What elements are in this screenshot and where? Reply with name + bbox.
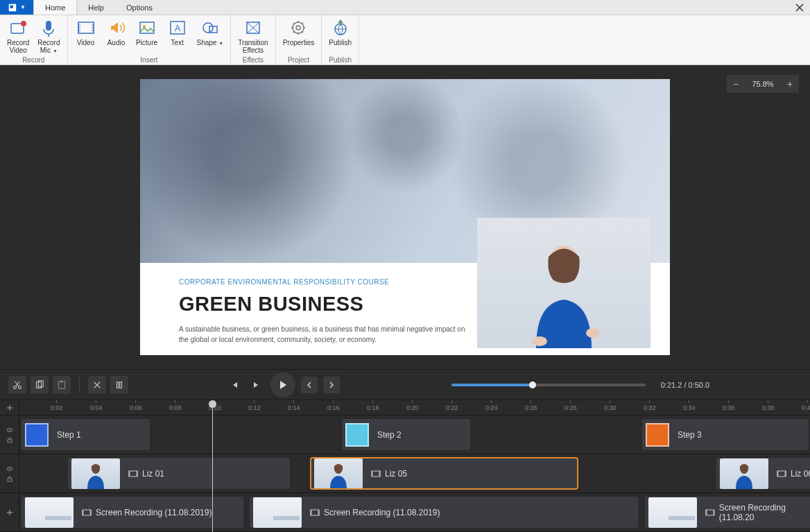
seek-bar[interactable]: [451, 384, 646, 386]
chevron-right-icon: [327, 381, 336, 389]
ribbon-item-label: Properties: [283, 39, 315, 46]
ribbon-item-label: Picture: [136, 39, 157, 46]
track-gutter-video[interactable]: [0, 454, 19, 492]
svg-rect-24: [60, 380, 63, 382]
film-icon: [82, 508, 92, 517]
ribbon-picture-button[interactable]: Picture: [132, 17, 162, 56]
ribbon-publish-button[interactable]: Publish: [325, 17, 356, 56]
close-icon: [795, 3, 804, 12]
lock-icon: [6, 436, 13, 443]
cut-button[interactable]: [8, 376, 26, 394]
zoom-in-button[interactable]: +: [784, 78, 796, 90]
track-video[interactable]: Liz 01Liz 05Liz 06: [19, 454, 810, 492]
svg-rect-1: [10, 5, 13, 8]
clip-label: Step 3: [678, 430, 702, 440]
eye-icon: [6, 465, 13, 472]
menu-tab-home[interactable]: Home: [33, 0, 77, 15]
film-icon: [128, 469, 138, 479]
svg-rect-6: [140, 22, 154, 33]
app-menu-button[interactable]: ▼: [0, 0, 33, 15]
film-icon: [310, 508, 320, 517]
clip-screen-recording[interactable]: Screen Recording (11.08.2019): [250, 497, 638, 528]
clip-swatch: [646, 423, 669, 447]
clip-video[interactable]: Liz 06: [716, 458, 810, 489]
record-video-icon: [8, 18, 28, 37]
clip-screen-recording[interactable]: Screen Recording (11.08.20: [645, 497, 810, 528]
ribbon-transition-button[interactable]: TransitionEffects: [234, 17, 273, 56]
ribbon-record-video-button[interactable]: RecordVideo: [3, 17, 33, 56]
ruler-tick: 0:12: [248, 400, 261, 415]
copy-button[interactable]: [31, 376, 49, 394]
menu-tab-options[interactable]: Options: [115, 0, 164, 15]
ribbon-group-label: Effects: [234, 56, 273, 65]
clip-video[interactable]: Liz 05: [311, 458, 578, 489]
chevron-left-icon: [305, 381, 313, 389]
svg-point-10: [203, 23, 213, 33]
ribbon-text-button[interactable]: AText: [162, 17, 193, 56]
svg-point-17: [532, 336, 547, 346]
seek-thumb[interactable]: [529, 381, 536, 388]
paste-button[interactable]: [53, 376, 71, 394]
svg-text:A: A: [174, 23, 180, 33]
clip-label: Screen Recording (11.08.2019): [310, 508, 440, 517]
ribbon-item-label: RecordVideo: [7, 39, 29, 54]
clip-step[interactable]: Step 1: [21, 419, 150, 450]
zoom-out-button[interactable]: −: [730, 78, 742, 90]
add-track-button[interactable]: [0, 400, 19, 415]
window-close-button[interactable]: [789, 0, 810, 15]
track-steps[interactable]: Step 1Step 2Step 3: [19, 415, 810, 454]
zoom-value: 75.8%: [749, 80, 777, 88]
film-icon: [705, 508, 715, 517]
forward-end-button[interactable]: [248, 377, 265, 393]
ribbon-group-label: Record: [3, 56, 64, 65]
clip-step[interactable]: Step 2: [342, 419, 470, 450]
ribbon-video-button[interactable]: Video: [71, 17, 101, 56]
delete-button[interactable]: [88, 376, 106, 394]
ribbon-properties-button[interactable]: Properties: [279, 17, 319, 56]
slide-body: A sustainable business, or green busines…: [179, 324, 470, 345]
person-thumb-icon: [732, 461, 757, 489]
presenter-overlay[interactable]: [477, 218, 650, 348]
properties-icon: [288, 18, 308, 37]
presenter-figure-icon: [515, 237, 612, 348]
ruler-tick: 0:38: [762, 400, 775, 415]
menu-tab-help[interactable]: Help: [77, 0, 115, 15]
step-back-button[interactable]: [301, 377, 318, 393]
ribbon-item-label: Audio: [107, 39, 126, 46]
ribbon-item-label: Text: [171, 39, 183, 46]
clip-thumbnail: [253, 497, 302, 528]
playhead[interactable]: [212, 404, 213, 532]
ribbon-shape-button[interactable]: Shape ▼: [193, 17, 228, 56]
ribbon-audio-button[interactable]: Audio: [101, 17, 132, 56]
ruler-tick: 0:18: [367, 400, 379, 415]
clip-step[interactable]: Step 3: [642, 419, 809, 450]
ruler-tick: 0:24: [485, 400, 498, 415]
play-button[interactable]: [270, 372, 295, 397]
film-icon: [777, 469, 786, 479]
clip-video[interactable]: Liz 01: [68, 458, 290, 489]
ruler-tick: 0:40: [802, 400, 810, 415]
clip-screen-recording[interactable]: Screen Recording (11.08.2019): [21, 497, 243, 528]
person-thumb-icon: [83, 461, 108, 489]
ribbon-group-label: Project: [279, 56, 319, 65]
track-screen[interactable]: Screen Recording (11.08.2019)Screen Reco…: [19, 493, 810, 531]
person-thumb-icon: [326, 461, 351, 489]
svg-rect-25: [117, 381, 119, 388]
playback-bar: 0:21.2 / 0:50.0: [0, 369, 810, 400]
crop-icon: [114, 380, 124, 390]
rewind-icon: [230, 381, 239, 389]
track-gutter-screen[interactable]: [0, 493, 19, 531]
ribbon-record-mic-button[interactable]: RecordMic ▼: [33, 17, 64, 56]
audio-icon: [107, 18, 126, 37]
svg-point-31: [9, 468, 10, 470]
crop-button[interactable]: [110, 376, 128, 394]
time-ruler[interactable]: 0:020:040:060:080:100:120:140:160:180:20…: [19, 400, 810, 415]
step-forward-button[interactable]: [323, 377, 340, 393]
svg-rect-26: [120, 381, 122, 388]
rewind-button[interactable]: [226, 377, 243, 393]
menubar: ▼ HomeHelpOptions: [0, 0, 810, 15]
slide-canvas[interactable]: CORPORATE ENVIRONMENTAL RESPONSIBILITY C…: [140, 79, 670, 355]
clip-swatch: [345, 423, 369, 447]
clip-label: Liz 01: [128, 469, 164, 479]
track-gutter-steps[interactable]: [0, 415, 19, 454]
